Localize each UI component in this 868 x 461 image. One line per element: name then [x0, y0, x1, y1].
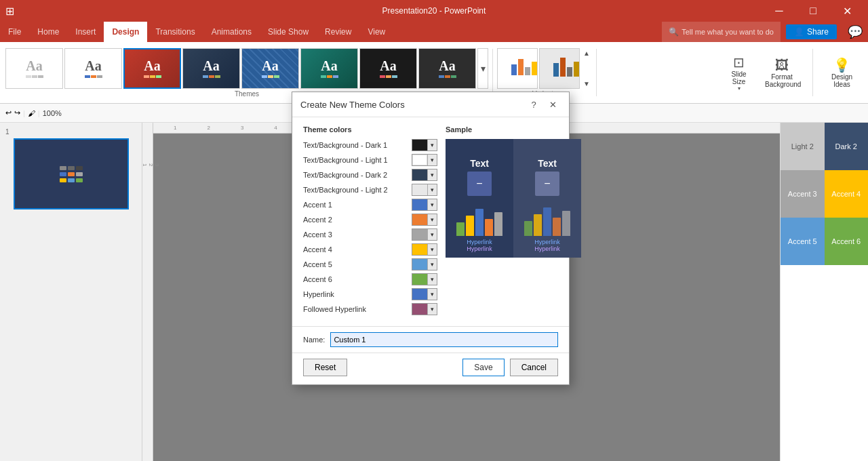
dialog-title-buttons: ? ✕ — [526, 98, 561, 111]
color-row-hyperlink: Hyperlink ▾ — [303, 288, 437, 300]
sample-links-right: Hyperlink Hyperlink — [534, 239, 560, 252]
dialog-footer-buttons: Reset Save Cancel — [292, 353, 569, 384]
color-dropdown-followed-hyperlink[interactable]: ▾ — [427, 304, 437, 315]
sample-text-right: Text — [538, 158, 557, 169]
color-dropdown-dark1[interactable]: ▾ — [427, 140, 437, 151]
color-label-dark2: Text/Background - Dark 2 — [303, 171, 412, 179]
color-dropdown-accent6[interactable]: ▾ — [427, 274, 437, 285]
color-row-dark1: Text/Background - Dark 1 ▾ — [303, 139, 437, 151]
color-label-dark1: Text/Background - Dark 1 — [303, 141, 412, 149]
theme-colors-section: Theme colors Text/Background - Dark 1 ▾ … — [303, 125, 437, 318]
sample-right-col: Text − Hyperlink H — [513, 139, 581, 258]
hyperlink-sample-left: Hyperlink — [467, 239, 492, 245]
reset-button[interactable]: Reset — [303, 359, 347, 376]
color-dropdown-dark2[interactable]: ▾ — [427, 169, 437, 180]
color-dropdown-light1[interactable]: ▾ — [427, 155, 437, 165]
color-row-accent5: Accent 5 ▾ — [303, 258, 437, 270]
color-dropdown-accent2[interactable]: ▾ — [427, 214, 437, 225]
sample-chart-right — [524, 199, 570, 236]
color-row-accent6: Accent 6 ▾ — [303, 273, 437, 285]
save-button[interactable]: Save — [462, 359, 504, 376]
color-btn-accent2[interactable]: ▾ — [412, 214, 437, 226]
color-label-light2: Text/Background - Light 2 — [303, 186, 412, 194]
dialog-title: Create New Theme Colors — [300, 100, 405, 110]
dialog-title-bar: Create New Theme Colors ? ✕ — [292, 92, 569, 117]
color-label-accent2: Accent 2 — [303, 216, 412, 224]
color-btn-hyperlink[interactable]: ▾ — [412, 288, 437, 300]
color-label-accent1: Accent 1 — [303, 201, 412, 209]
color-btn-followed-hyperlink[interactable]: ▾ — [412, 303, 437, 315]
color-label-light1: Text/Background - Light 1 — [303, 156, 412, 164]
sample-title: Sample — [446, 125, 581, 134]
hyperlink-sample-right: Hyperlink — [534, 239, 560, 245]
create-theme-dialog: Create New Theme Colors ? ✕ Theme colors… — [292, 92, 570, 385]
color-btn-accent6[interactable]: ▾ — [412, 273, 437, 285]
color-row-accent2: Accent 2 ▾ — [303, 214, 437, 226]
cancel-button[interactable]: Cancel — [510, 359, 558, 376]
color-btn-dark2[interactable]: ▾ — [412, 169, 437, 181]
color-btn-light2[interactable]: ▾ — [412, 184, 437, 196]
color-label-accent4: Accent 4 — [303, 245, 412, 254]
color-dropdown-accent5[interactable]: ▾ — [427, 259, 437, 270]
color-dropdown-hyperlink[interactable]: ▾ — [427, 289, 437, 300]
color-dropdown-accent3[interactable]: ▾ — [427, 229, 437, 240]
color-btn-accent4[interactable]: ▾ — [412, 243, 437, 256]
dialog-close-button[interactable]: ✕ — [545, 98, 561, 111]
dialog-body: Theme colors Text/Background - Dark 1 ▾ … — [292, 117, 569, 326]
color-row-light2: Text/Background - Light 2 ▾ — [303, 184, 437, 196]
color-btn-dark1[interactable]: ▾ — [412, 139, 437, 151]
hyperlink-visited-right: Hyperlink — [534, 245, 560, 252]
color-label-accent3: Accent 3 — [303, 230, 412, 239]
sample-chart-left — [456, 199, 502, 236]
dialog-name-row: Name: — [292, 326, 569, 353]
sample-links-left: Hyperlink Hyperlink — [467, 239, 492, 252]
dialog-overlay: Create New Theme Colors ? ✕ Theme colors… — [0, 0, 868, 461]
color-label-accent6: Accent 6 — [303, 275, 412, 283]
color-dropdown-accent1[interactable]: ▾ — [427, 199, 437, 210]
hyperlink-visited-left: Hyperlink — [467, 245, 492, 252]
color-dropdown-accent4[interactable]: ▾ — [427, 244, 437, 255]
theme-colors-title: Theme colors — [303, 125, 437, 134]
color-btn-accent1[interactable]: ▾ — [412, 199, 437, 211]
color-row-accent4: Accent 4 ▾ — [303, 243, 437, 256]
color-label-hyperlink: Hyperlink — [303, 290, 412, 298]
sample-preview: Text − Hyperlink H — [446, 139, 581, 258]
color-row-followed-hyperlink: Followed Hyperlink ▾ — [303, 303, 437, 315]
sample-text-left: Text — [470, 158, 489, 169]
color-row-light1: Text/Background - Light 1 ▾ — [303, 154, 437, 166]
sample-left-col: Text − Hyperlink H — [446, 139, 513, 258]
color-row-accent3: Accent 3 ▾ — [303, 228, 437, 241]
color-row-dark2: Text/Background - Dark 2 ▾ — [303, 169, 437, 181]
color-dropdown-light2[interactable]: ▾ — [427, 184, 437, 195]
color-btn-light1[interactable]: ▾ — [412, 154, 437, 166]
color-label-followed-hyperlink: Followed Hyperlink — [303, 305, 412, 313]
color-btn-accent3[interactable]: ▾ — [412, 228, 437, 241]
color-btn-accent5[interactable]: ▾ — [412, 258, 437, 270]
sample-section: Sample Text − — [446, 125, 581, 318]
color-label-accent5: Accent 5 — [303, 260, 412, 268]
dialog-help-button[interactable]: ? — [526, 98, 542, 111]
name-input[interactable] — [330, 332, 558, 347]
color-row-accent1: Accent 1 ▾ — [303, 199, 437, 211]
name-label: Name: — [303, 336, 325, 344]
